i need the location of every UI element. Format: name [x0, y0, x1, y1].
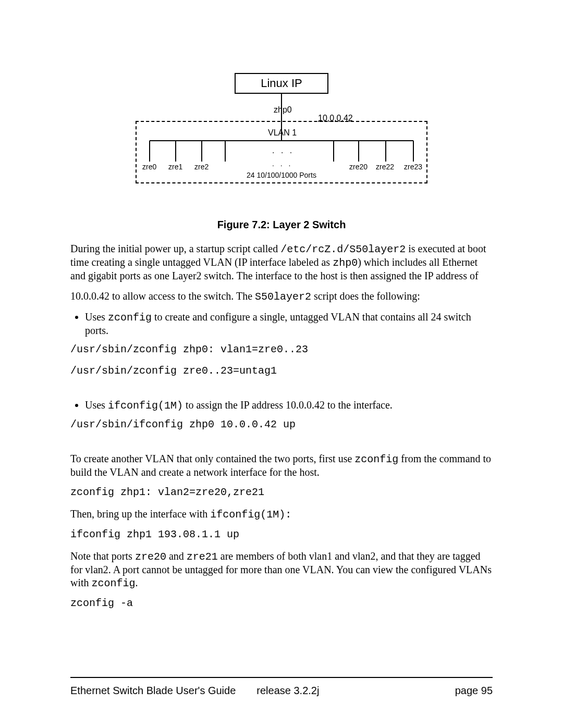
code: zhp0: [333, 257, 358, 269]
para-bringup: Then, bring up the interface with ifconf…: [70, 508, 493, 521]
bullet-list-1: Uses zconfig to create and configure a s…: [70, 311, 493, 337]
text: Uses: [85, 311, 108, 323]
para-intro-2: 10.0.0.42 to allow access to the switch.…: [70, 290, 493, 303]
cmd-zconfig-a: zconfig -a: [70, 597, 493, 609]
text: Then, bring up the interface with: [70, 508, 210, 520]
para-create-vlan: To create another VLAN that only contain…: [70, 452, 493, 479]
para-intro-1: During the initial power up, a startup s…: [70, 242, 493, 282]
footer-release: release 3.2.2j: [256, 685, 319, 697]
code: zconfig: [108, 312, 152, 324]
text: and: [166, 550, 187, 562]
figure-caption: Figure 7.2: Layer 2 Switch: [70, 219, 493, 231]
diagram-vlan-outline: [136, 121, 427, 183]
bullet-zconfig: Uses zconfig to create and configure a s…: [85, 311, 493, 337]
code: zconfig: [92, 577, 136, 589]
cmd-zconfig-untag: /usr/sbin/zconfig zre0..23=untag1: [70, 365, 493, 377]
text: Note that ports: [70, 550, 135, 562]
code: zre21: [187, 551, 218, 563]
footer-guide-title: Ethernet Switch Blade User's Guide: [70, 685, 236, 697]
diagram-layer2-switch: Linux IP zhp0 10.0.0.42 VLAN 1 . . . zre…: [136, 73, 427, 188]
code: zre20: [135, 551, 166, 563]
bullet-list-2: Uses ifconfig(1M) to assign the IP addre…: [70, 399, 493, 412]
text: To create another VLAN that only contain…: [70, 453, 354, 464]
text: to assign the IP address 10.0.0.42 to th…: [183, 399, 393, 411]
para-note-ports: Note that ports zre20 and zre21 are memb…: [70, 550, 493, 590]
cmd-zconfig-zhp1: zconfig zhp1: vlan2=zre20,zre21: [70, 486, 493, 498]
text: script does the following:: [311, 290, 420, 302]
text: During the initial power up, a startup s…: [70, 243, 280, 254]
text: .: [136, 577, 138, 588]
text: Uses: [85, 399, 108, 411]
code: zconfig: [354, 453, 398, 465]
bullet-ifconfig: Uses ifconfig(1M) to assign the IP addre…: [85, 399, 493, 412]
document-page: Linux IP zhp0 10.0.0.42 VLAN 1 . . . zre…: [0, 0, 563, 728]
diagram-zhp0-label: zhp0: [274, 105, 292, 115]
code: /etc/rcZ.d/S50layer2: [280, 243, 406, 255]
code: ifconfig(1M): [108, 400, 183, 412]
footer-page-number: page 95: [455, 685, 493, 697]
cmd-zconfig-vlan: /usr/sbin/zconfig zhp0: vlan1=zre0..23: [70, 343, 493, 355]
code: ifconfig(1M):: [210, 509, 291, 521]
page-footer: Ethernet Switch Blade User's Guide relea…: [70, 685, 493, 697]
footer-rule: [70, 677, 493, 678]
cmd-ifconfig-zhp1: ifconfig zhp1 193.08.1.1 up: [70, 528, 493, 540]
cmd-ifconfig-zhp0: /usr/sbin/ifconfig zhp0 10.0.0.42 up: [70, 418, 493, 430]
code: S50layer2: [255, 291, 311, 303]
text: 10.0.0.42 to allow access to the switch.…: [70, 290, 255, 302]
